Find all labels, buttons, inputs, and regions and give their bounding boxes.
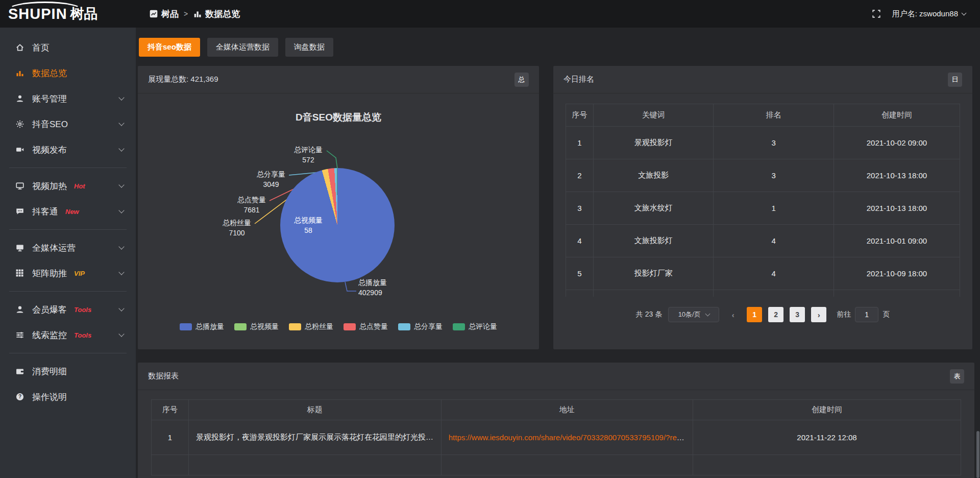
chevron-down-icon (118, 182, 124, 187)
breadcrumb-label: 树品 (161, 8, 179, 20)
column-header: 创建时间 (693, 400, 961, 420)
table-cell: 4 (714, 225, 834, 257)
page-size-value: 10条/页 (678, 310, 701, 319)
sidebar-item-screen[interactable]: 全媒体运营 (0, 235, 136, 260)
chevron-down-icon (118, 146, 124, 151)
table-cell: 4 (714, 257, 834, 290)
goto-label: 前往 (837, 310, 851, 319)
sidebar-item-home[interactable]: 首页 (0, 35, 136, 60)
page-button-2[interactable]: 2 (768, 307, 783, 322)
table-cell: 2021-10-13 18:00 (834, 192, 960, 225)
column-header: 标题 (188, 400, 441, 420)
table-cell: 3 (566, 192, 594, 225)
sidebar-item-chat[interactable]: 抖客通New (0, 199, 136, 224)
chevron-down-icon (962, 11, 967, 16)
page-button-3[interactable]: 3 (790, 307, 805, 322)
sliders-icon (15, 330, 25, 340)
breadcrumb-item[interactable]: 树品 (149, 8, 179, 20)
legend-label: 总点赞量 (359, 322, 388, 331)
legend-item[interactable]: 总播放量 (180, 322, 224, 331)
column-header: 地址 (441, 400, 693, 420)
legend-item[interactable]: 总分享量 (398, 322, 443, 331)
logo-arc-decoration (7, 2, 83, 19)
sidebar-item-person[interactable]: 会员爆客Tools (0, 297, 136, 322)
pie-label-like: 总点赞量7681 (237, 195, 266, 215)
user-menu[interactable]: 用户名: zswodun88 (892, 9, 966, 19)
goto-page-input[interactable] (855, 307, 878, 322)
table-row: 4文旅投影灯42021-10-01 09:00 (566, 225, 960, 257)
prev-page-button[interactable]: ‹ (725, 307, 741, 322)
legend-swatch (180, 323, 192, 330)
chart-legend: 总播放量总视频量总粉丝量总点赞量总分享量总评论量 (138, 322, 539, 331)
table-cell: 5 (566, 257, 594, 290)
table-cell: 4 (566, 225, 594, 257)
user-icon (15, 94, 25, 104)
overview-panel: 展现量总数: 421,369 总 D音SEO数据量总览 总播放量402909 总… (138, 66, 539, 349)
sidebar-item-label: 首页 (32, 42, 50, 54)
legend-item[interactable]: 总点赞量 (344, 322, 388, 331)
video-title-cell: 景观投影灯，夜游景观投影灯厂家展示展示落花灯在花园里的灯光投影应用效果 # (188, 420, 441, 455)
table-cell: 1 (152, 420, 189, 455)
chevron-down-icon (118, 120, 124, 126)
page-button-1[interactable]: 1 (747, 307, 762, 322)
sidebar-item-grid[interactable]: 矩阵助推VIP (0, 260, 136, 286)
legend-item[interactable]: 总粉丝量 (289, 322, 333, 331)
scrollbar-thumb[interactable] (976, 431, 979, 478)
tab-抖音seo数据[interactable]: 抖音seo数据 (139, 38, 200, 57)
sidebar-item-sliders[interactable]: 线索监控Tools (0, 322, 136, 348)
sidebar-item-monitor[interactable]: 视频加热Hot (0, 173, 136, 199)
svg-text:?: ? (18, 394, 21, 399)
table-cell: 2 (566, 159, 594, 192)
ranking-badge[interactable]: 日 (948, 73, 962, 87)
column-header: 排名 (714, 104, 834, 127)
sidebar-item-wallet[interactable]: 消费明细 (0, 358, 136, 384)
sidebar-item-question[interactable]: ?操作说明 (0, 384, 136, 410)
tab-询盘数据[interactable]: 询盘数据 (285, 38, 333, 57)
breadcrumb-separator: > (184, 10, 188, 18)
fullscreen-icon[interactable] (872, 9, 881, 18)
table-cell: 1 (714, 192, 834, 225)
table-cell: 文旅投影 (594, 159, 714, 192)
sidebar-item-user[interactable]: 账号管理 (0, 86, 136, 111)
report-badge[interactable]: 表 (950, 369, 964, 384)
table-cell: 2021-10-02 09:00 (834, 127, 960, 159)
legend-label: 总分享量 (414, 322, 443, 331)
video-link[interactable]: https://www.iesdouyin.com/share/video/70… (449, 433, 693, 442)
table-cell: 2021-10-13 18:00 (834, 159, 960, 192)
chevron-down-icon (118, 331, 124, 337)
overview-badge[interactable]: 总 (514, 73, 529, 87)
sidebar-item-chart[interactable]: 数据总览 (0, 60, 136, 86)
goto-page: 前往页 (837, 307, 890, 322)
legend-swatch (344, 323, 356, 330)
topbar: 树品>数据总览 用户名: zswodun88 (136, 0, 980, 28)
pie-label-play: 总播放量402909 (358, 277, 387, 298)
sidebar-item-label: 抖客通 (32, 206, 58, 218)
legend-item[interactable]: 总评论量 (453, 322, 497, 331)
table-cell: 投影灯厂家 (594, 257, 714, 290)
legend-swatch (289, 323, 301, 330)
tab-全媒体运营数据[interactable]: 全媒体运营数据 (207, 38, 278, 57)
breadcrumb-item[interactable]: 数据总览 (193, 8, 240, 20)
table-row-clipped (152, 455, 961, 475)
table-row: 1景观投影灯32021-10-02 09:00 (566, 127, 960, 159)
table-row: 5投影灯厂家42021-10-09 18:00 (566, 257, 960, 290)
legend-label: 总评论量 (469, 322, 497, 331)
table-row-clipped (566, 290, 960, 297)
legend-swatch (398, 323, 410, 330)
table-row: 3文旅水纹灯12021-10-13 18:00 (566, 192, 960, 225)
legend-item[interactable]: 总视频量 (234, 322, 279, 331)
table-cell: 文旅投影灯 (594, 225, 714, 257)
page-size-select[interactable]: 10条/页 (668, 307, 719, 322)
legend-swatch (453, 323, 465, 330)
home-icon (15, 43, 25, 53)
chevron-down-icon (118, 94, 124, 100)
column-header: 序号 (152, 400, 189, 420)
sidebar-item-label: 矩阵助推 (32, 268, 67, 279)
app-logo: SHUPIN 树品 (0, 0, 136, 28)
next-page-button[interactable]: › (811, 307, 826, 322)
legend-swatch (234, 323, 247, 330)
sidebar-item-gear[interactable]: 抖音SEO (0, 111, 136, 137)
sidebar-item-video[interactable]: 视频发布 (0, 137, 136, 162)
overview-total-label: 展现量总数: 421,369 (148, 75, 218, 84)
table-cell: 3 (714, 159, 834, 192)
